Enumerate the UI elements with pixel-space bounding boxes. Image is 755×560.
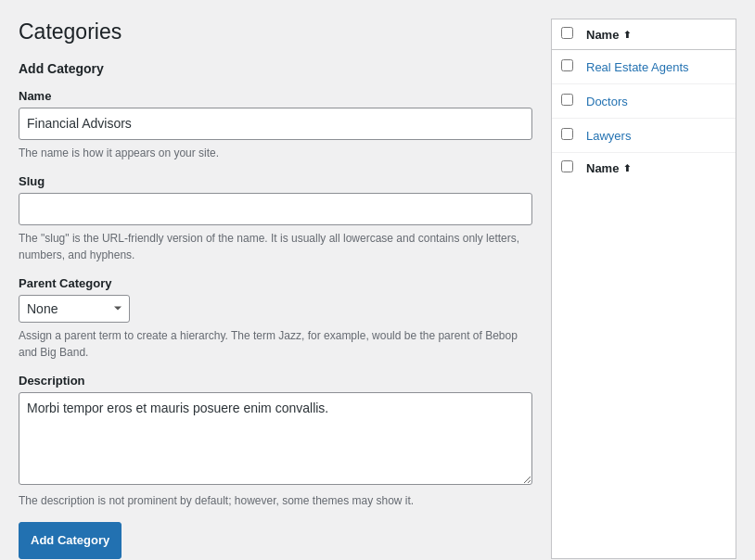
parent-category-group: Parent Category None Assign a parent ter… <box>19 276 532 361</box>
table-header-row: Name ⬆ <box>552 19 736 50</box>
slug-hint: The "slug" is the URL-friendly version o… <box>19 230 532 263</box>
description-hint: The description is not prominent by defa… <box>19 492 532 509</box>
name-hint: The name is how it appears on your site. <box>19 145 532 161</box>
description-textarea[interactable]: Morbi tempor eros et mauris posuere enim… <box>19 392 532 485</box>
page-title: Categories <box>19 19 532 46</box>
footer-checkbox-cell <box>552 153 577 184</box>
name-group: Name The name is how it appears on your … <box>19 89 532 161</box>
left-panel: Categories Add Category Name The name is… <box>19 19 532 559</box>
footer-sort-icon: ⬆ <box>623 163 631 173</box>
description-group: Description Morbi tempor eros et mauris … <box>19 374 532 509</box>
row-name-cell-2: Doctors <box>577 84 736 119</box>
name-label: Name <box>19 89 532 103</box>
footer-name-cell: Name ⬆ <box>577 153 736 184</box>
row-checkbox-cell-3 <box>552 119 577 153</box>
footer-name-label: Name <box>586 161 619 175</box>
footer-select-all-checkbox[interactable] <box>561 160 573 172</box>
row-checkbox-cell-2 <box>552 84 577 119</box>
table-row: Lawyers <box>552 119 736 153</box>
slug-group: Slug The "slug" is the URL-friendly vers… <box>19 174 532 263</box>
slug-input[interactable] <box>19 193 532 225</box>
row-name-cell-1: Real Estate Agents <box>577 50 736 84</box>
sort-icon: ⬆ <box>623 30 631 40</box>
row-checkbox-cell-1 <box>552 50 577 84</box>
select-all-checkbox[interactable] <box>561 27 573 39</box>
description-label: Description <box>19 374 532 388</box>
slug-label: Slug <box>19 174 532 188</box>
add-category-button[interactable]: Add Category <box>19 522 122 559</box>
row-name-cell-3: Lawyers <box>577 119 736 153</box>
header-name-label: Name <box>586 28 619 42</box>
table-row: Doctors <box>552 84 736 119</box>
row-checkbox-1[interactable] <box>561 59 573 71</box>
table-row: Real Estate Agents <box>552 50 736 84</box>
category-table: Name ⬆ Real Estate Agents <box>552 19 736 183</box>
category-table-panel: Name ⬆ Real Estate Agents <box>551 19 736 559</box>
header-checkbox-cell <box>552 19 577 50</box>
header-name-cell: Name ⬆ <box>577 19 736 50</box>
section-title: Add Category <box>19 61 532 76</box>
category-link-real-estate[interactable]: Real Estate Agents <box>586 60 689 74</box>
name-input[interactable] <box>19 108 532 140</box>
parent-hint: Assign a parent term to create a hierarc… <box>19 327 532 361</box>
row-checkbox-2[interactable] <box>561 94 573 106</box>
parent-label: Parent Category <box>19 276 532 290</box>
table-body: Real Estate Agents Doctors <box>552 50 736 153</box>
row-checkbox-3[interactable] <box>561 128 573 140</box>
parent-select[interactable]: None <box>19 295 130 323</box>
category-link-lawyers[interactable]: Lawyers <box>586 129 631 143</box>
category-link-doctors[interactable]: Doctors <box>586 95 628 108</box>
table-footer-row: Name ⬆ <box>552 153 736 184</box>
